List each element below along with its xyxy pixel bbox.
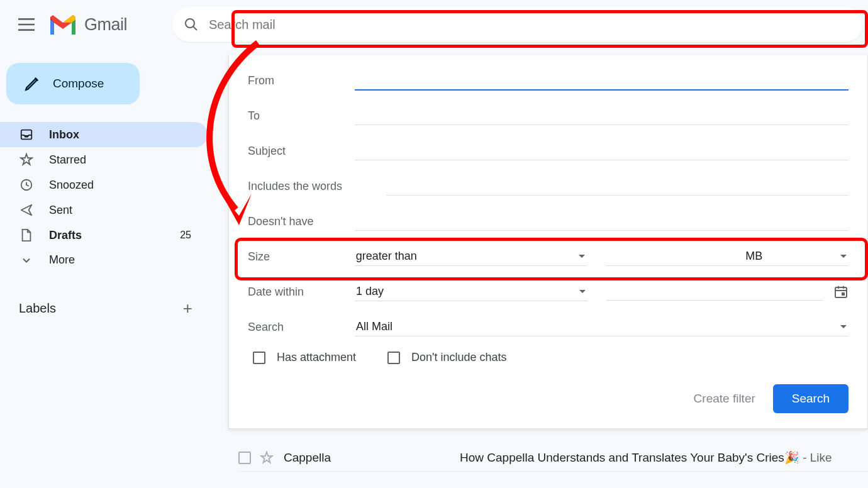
send-icon [19, 203, 33, 217]
subject-label: Subject [248, 145, 355, 158]
sidebar-label: Starred [49, 153, 198, 167]
caret-down-icon [840, 254, 847, 259]
caret-down-icon [578, 254, 586, 259]
filter-row-doesnt-have: Doesn't have [248, 210, 849, 233]
email-subject: How Cappella Understands and Translates … [460, 451, 799, 464]
calendar-icon [833, 284, 849, 299]
sidebar: Compose Inbox Starred Snoozed Sent Draft… [0, 63, 208, 318]
search-input[interactable] [209, 18, 852, 32]
gmail-wordmark: Gmail [84, 15, 127, 35]
email-row[interactable]: Cappella How Cappella Understands and Tr… [238, 444, 868, 472]
has-attachment-checkbox[interactable]: Has attachment [253, 351, 356, 364]
doesnt-have-input[interactable] [355, 212, 849, 231]
svg-point-0 [186, 19, 194, 28]
email-sender: Cappella [284, 451, 460, 465]
pencil-icon [24, 75, 40, 92]
email-checkbox[interactable] [238, 452, 251, 464]
hamburger-icon [18, 18, 35, 31]
svg-rect-3 [835, 287, 847, 297]
from-label: From [248, 74, 355, 87]
filter-row-to: To [248, 104, 849, 127]
filter-row-search: Search All Mail [248, 316, 849, 338]
sidebar-item-drafts[interactable]: Drafts 25 [0, 223, 208, 248]
size-operator-dropdown[interactable]: greater than [355, 247, 587, 266]
search-scope-dropdown[interactable]: All Mail [355, 318, 849, 336]
has-attachment-label: Has attachment [277, 351, 356, 364]
search-scope-value: All Mail [356, 320, 392, 333]
size-unit-dropdown[interactable]: MB [744, 247, 849, 266]
create-filter-button[interactable]: Create filter [694, 392, 755, 406]
date-label: Date within [248, 286, 355, 299]
filter-row-date: Date within 1 day [248, 280, 849, 303]
calendar-button[interactable] [833, 284, 849, 299]
sidebar-label: Sent [49, 204, 198, 217]
size-value-input[interactable] [606, 247, 744, 266]
caret-down-icon [840, 324, 847, 330]
star-icon [19, 153, 33, 167]
date-range-dropdown[interactable]: 1 day [355, 282, 587, 301]
includes-input[interactable] [386, 177, 849, 196]
inbox-icon [19, 128, 33, 141]
app-header: Gmail [0, 0, 868, 49]
size-label: Size [248, 250, 355, 263]
email-snippet: - Like [799, 451, 832, 464]
file-icon [20, 228, 33, 242]
compose-label: Compose [53, 77, 104, 91]
compose-button[interactable]: Compose [6, 63, 140, 104]
gmail-logo-icon [48, 13, 78, 36]
checkbox-icon [253, 352, 265, 364]
filter-actions: Create filter Search [248, 384, 849, 413]
search-scope-label: Search [248, 321, 355, 334]
caret-down-icon [579, 289, 586, 294]
chevron-down-icon [20, 254, 33, 267]
svg-rect-4 [842, 292, 845, 296]
doesnt-have-label: Doesn't have [248, 215, 355, 228]
drafts-count: 25 [180, 230, 191, 241]
gmail-logo[interactable]: Gmail [48, 13, 127, 36]
checkbox-icon [387, 352, 400, 364]
sidebar-item-starred[interactable]: Starred [0, 147, 208, 172]
from-input[interactable] [355, 71, 849, 91]
search-bar[interactable] [172, 7, 863, 42]
search-icon [184, 17, 199, 32]
filter-checkboxes: Has attachment Don't include chats [248, 351, 849, 364]
subject-input[interactable] [355, 141, 849, 160]
date-range-value: 1 day [356, 285, 384, 298]
no-chats-checkbox[interactable]: Don't include chats [387, 351, 507, 364]
advanced-search-panel: From To Subject Includes the words Doesn… [228, 55, 868, 429]
size-operator-value: greater than [356, 250, 417, 263]
sidebar-item-snoozed[interactable]: Snoozed [0, 172, 208, 197]
filter-row-includes: Includes the words [248, 175, 849, 197]
sidebar-item-more[interactable]: More [0, 248, 208, 272]
to-input[interactable] [355, 106, 849, 125]
labels-heading: Labels [19, 301, 56, 316]
no-chats-label: Don't include chats [411, 351, 507, 364]
includes-label: Includes the words [248, 180, 386, 193]
add-label-button[interactable]: + [183, 299, 192, 318]
sidebar-label: More [49, 253, 198, 267]
search-button[interactable]: Search [773, 384, 849, 413]
clock-icon [19, 178, 33, 192]
size-unit-value: MB [745, 250, 762, 263]
sidebar-label: Drafts [49, 229, 180, 242]
date-value-input[interactable] [606, 283, 823, 301]
labels-header: Labels + [0, 287, 208, 318]
sidebar-label: Snoozed [49, 179, 198, 192]
main-menu-button[interactable] [11, 9, 42, 40]
filter-row-from: From [248, 69, 849, 92]
sidebar-item-inbox[interactable]: Inbox [0, 122, 208, 147]
sidebar-label: Inbox [49, 128, 198, 141]
filter-row-size: Size greater than MB [248, 245, 849, 268]
email-star-button[interactable] [260, 451, 274, 465]
sidebar-item-sent[interactable]: Sent [0, 197, 208, 223]
filter-row-subject: Subject [248, 140, 849, 162]
to-label: To [248, 109, 355, 123]
star-outline-icon [260, 451, 274, 465]
